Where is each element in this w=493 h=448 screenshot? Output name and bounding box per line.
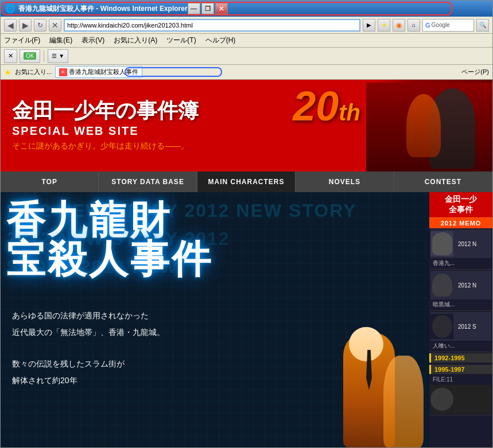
- sidebar-item-label-2: 2012 N: [456, 281, 479, 290]
- close-button[interactable]: ✕: [215, 3, 228, 14]
- main-content-wrapper: 2012 NEW STORY 2012 NEW STORY 2012 NEW S…: [1, 192, 492, 447]
- sidebar-item-3[interactable]: 2012 S 人喰い...: [429, 311, 492, 352]
- go-button[interactable]: ▶: [363, 19, 375, 32]
- banner-characters: [360, 80, 492, 172]
- title-char-3: 龍: [89, 201, 130, 240]
- tab-label: 香港九龍城財宝殺人事件: [69, 68, 138, 76]
- browser-icon: 🌐: [5, 4, 15, 13]
- char-head-1: [349, 327, 383, 361]
- site-navigation: TOP STORY DATA BASE MAIN CHARACTERS NOVE…: [1, 172, 492, 192]
- menu-tools[interactable]: ツール(T): [166, 36, 196, 45]
- sidebar-item-sublabel-3: 人喰い...: [430, 341, 491, 350]
- menu-file[interactable]: ファイル(F): [4, 36, 40, 45]
- toolbar-extra-button[interactable]: ☰ ▼: [48, 49, 68, 63]
- site-banner: 金田一少年の事件簿 SPECIAL WEB SITE そこに謎があるかぎり。少年…: [1, 80, 492, 172]
- feeds-icon[interactable]: ◉: [393, 19, 405, 32]
- restore-button[interactable]: ❐: [201, 3, 214, 14]
- content-area: 金田一少年の事件簿 SPECIAL WEB SITE そこに謎があるかぎり。少年…: [1, 80, 492, 447]
- google-label: Google: [432, 22, 450, 28]
- home-icon[interactable]: ⌂: [407, 19, 420, 32]
- thumb-char-icon-2: [432, 274, 452, 297]
- favorites-label[interactable]: お気に入り...: [15, 68, 52, 76]
- menu-bar: ファイル(F) 編集(E) 表示(V) お気に入り(A) ツール(T) ヘルプ(…: [1, 34, 492, 48]
- article-area: 2012 NEW STORY 2012 NEW STORY 2012 NEW S…: [1, 192, 429, 447]
- article-character-area: [332, 321, 424, 447]
- sidebar-item-sublabel-1: 香港九...: [430, 258, 491, 268]
- forward-button[interactable]: ▶: [19, 19, 32, 32]
- article-main-title: 香九龍財 宝殺人事件: [6, 201, 360, 279]
- title-char-7: 人: [89, 240, 130, 279]
- address-input[interactable]: [64, 19, 360, 32]
- refresh-button[interactable]: ↻: [34, 19, 46, 32]
- favorites-star-icon: ★: [4, 68, 11, 77]
- page-button[interactable]: ページ(P): [461, 68, 489, 76]
- sidebar-year-1995[interactable]: 1995-1997: [429, 365, 492, 374]
- sidebar-thumb-bottom: [430, 385, 491, 414]
- sidebar-year-1992[interactable]: 1992-1995: [429, 353, 492, 363]
- char-body-2: [383, 356, 424, 447]
- google-g-icon: G: [425, 22, 430, 29]
- sidebar-item-1[interactable]: 2012 N 香港九...: [429, 228, 492, 270]
- nav-main-characters[interactable]: MAIN CHARACTERS: [197, 172, 296, 192]
- title-char-2: 九: [48, 201, 89, 240]
- back-button[interactable]: ◀: [4, 19, 17, 32]
- active-tab[interactable]: K 香港九龍城財宝殺人事件: [55, 66, 142, 78]
- sidebar-item-bottom[interactable]: [429, 384, 492, 415]
- sidebar-thumb-img-1: [430, 231, 453, 256]
- sidebar-memo-label: 2012 MEMO: [429, 217, 492, 228]
- sidebar-header: 金田一少 全事件: [429, 192, 492, 217]
- sidebar-thumb-img-3: [430, 314, 453, 339]
- title-char-8: 事: [130, 240, 172, 279]
- title-char-4: 財: [130, 201, 172, 240]
- nav-top[interactable]: TOP: [1, 172, 99, 192]
- toolbar-check-button[interactable]: OK: [20, 49, 40, 63]
- banner-anniversary: 20th: [293, 85, 360, 127]
- title-char-9: 件: [172, 240, 213, 279]
- sidebar-thumb-2: 2012 N: [430, 271, 491, 299]
- sidebar-file-label[interactable]: FILE:11: [429, 375, 492, 384]
- title-bar: 🌐 香港九龍城財宝殺人事件 - Windows Internet Explore…: [1, 1, 492, 17]
- sidebar-thumb-3: 2012 S: [430, 312, 491, 341]
- sidebar-thumb-1: 2012 N: [430, 229, 491, 258]
- menu-help[interactable]: ヘルプ(H): [205, 36, 236, 45]
- menu-favorites[interactable]: お気に入り(A): [114, 36, 157, 45]
- favorites-bar: ★ お気に入り... K 香港九龍城財宝殺人事件 ページ(P): [1, 65, 492, 80]
- sidebar-item-sublabel-2: 暗黒城...: [430, 299, 491, 309]
- menu-edit[interactable]: 編集(E): [49, 36, 72, 45]
- title-bar-text: 香港九龍城財宝殺人事件 - Windows Internet Explorer: [18, 4, 188, 14]
- title-char-6: 殺: [48, 240, 89, 279]
- character-figures: [332, 321, 424, 447]
- thumb-char-icon-3: [432, 315, 452, 338]
- address-bar-row: ◀ ▶ ↻ ✕ ▶ ★ ◉ ⌂ G Google 🔍: [1, 17, 492, 34]
- add-to-favorites-icon[interactable]: ★: [378, 19, 390, 32]
- sidebar-item-label-1: 2012 N: [456, 239, 479, 249]
- sidebar-item-2[interactable]: 2012 N 暗黒城...: [429, 270, 492, 311]
- search-box[interactable]: G Google: [422, 19, 474, 32]
- nav-novels[interactable]: NOVELS: [296, 172, 394, 192]
- nav-contest[interactable]: CONTEST: [394, 172, 492, 192]
- sidebar-thumb-img-2: [430, 272, 453, 298]
- sidebar-title-kanji2: 全事件: [433, 205, 489, 215]
- search-button[interactable]: 🔍: [476, 19, 489, 32]
- tab-highlight: [125, 67, 222, 77]
- title-char-5: 宝: [6, 240, 48, 279]
- toolbar-x-button[interactable]: ✕: [4, 49, 17, 63]
- thumb-char-icon-1: [432, 232, 452, 255]
- banner-char-image: [366, 83, 492, 172]
- toolbar-separator: [44, 50, 44, 62]
- sidebar: 金田一少 全事件 2012 MEMO 2012 N 香港九...: [429, 192, 492, 447]
- stop-button[interactable]: ✕: [49, 19, 61, 32]
- toolbar: ✕ OK ☰ ▼: [1, 48, 492, 65]
- ok-icon: OK: [24, 52, 36, 60]
- title-char-1: 香: [6, 201, 48, 240]
- window-controls: — ❐ ✕: [188, 3, 228, 14]
- minimize-button[interactable]: —: [188, 3, 200, 14]
- tab-favicon: K: [59, 68, 67, 76]
- sidebar-thumb-bottom-icon: [430, 388, 453, 411]
- nav-story-database[interactable]: STORY DATA BASE: [99, 172, 197, 192]
- sidebar-title-kanji: 金田一少: [433, 194, 489, 205]
- menu-view[interactable]: 表示(V): [81, 36, 104, 45]
- browser-window: 🌐 香港九龍城財宝殺人事件 - Windows Internet Explore…: [0, 0, 493, 448]
- sidebar-item-label-3: 2012 S: [456, 322, 479, 332]
